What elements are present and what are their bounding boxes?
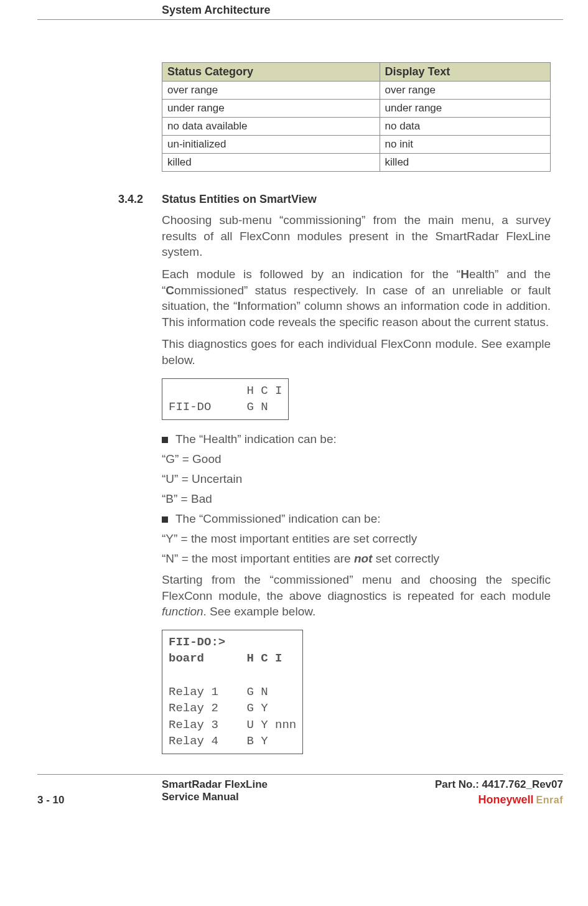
definition-line: “N” = the most important entities are no… (162, 552, 551, 566)
page-footer: 3 - 10 SmartRadar FlexLine Service Manua… (37, 774, 563, 806)
honeywell-logo: Honeywell (478, 793, 534, 806)
table-cell: under range (380, 100, 550, 118)
paragraph: Choosing sub-menu “commissioning” from t… (162, 212, 551, 260)
text: . See example below. (203, 605, 316, 618)
text: “N” = the most important entities are (162, 552, 354, 565)
table-cell: no init (380, 136, 550, 154)
footer-title: SmartRadar FlexLine Service Manual (162, 778, 435, 803)
definition-line: “B” = Bad (162, 492, 551, 506)
status-table: Status Category Display Text over range … (162, 62, 551, 172)
emphasis: function (162, 605, 203, 618)
footer-part-number: Part No.: 4417.762_Rev07 HoneywellEnraf (435, 778, 563, 806)
text: Starting from the “commissioned” menu an… (162, 573, 551, 602)
definition-line: “Y” = the most important entities are se… (162, 532, 551, 546)
table-cell: killed (380, 154, 550, 172)
definition-line: “G” = Good (162, 452, 551, 466)
definition-line: “U” = Uncertain (162, 472, 551, 486)
table-cell: killed (162, 154, 380, 172)
footer-line: Service Manual (162, 791, 435, 803)
table-cell: no data (380, 118, 550, 136)
section-heading: 3.4.2 Status Entities on SmartView (118, 193, 563, 206)
code-line: board H C I (169, 651, 282, 665)
section-title: Status Entities on SmartView (162, 193, 317, 206)
table-cell: under range (162, 100, 380, 118)
code-line: Relay 3 U Y nnn (169, 718, 296, 732)
bullet-text: The “Health” indication can be: (175, 432, 337, 446)
table-cell: no data available (162, 118, 380, 136)
table-row: un-initialized no init (162, 136, 551, 154)
table-row: over range over range (162, 82, 551, 100)
bold-letter: C (166, 284, 174, 297)
page-number: 3 - 10 (37, 794, 162, 806)
table-row: killed killed (162, 154, 551, 172)
part-number: Part No.: 4417.762_Rev07 (435, 778, 563, 791)
paragraph: Each module is followed by an indication… (162, 266, 551, 330)
bullet-text: The “Commissioned” indication can be: (175, 512, 381, 526)
table-row: under range under range (162, 100, 551, 118)
text: Each module is followed by an indication… (162, 268, 460, 281)
table-row: no data available no data (162, 118, 551, 136)
code-example: FII-DO:> board H C I Relay 1 G N Relay 2… (162, 630, 303, 754)
table-cell: over range (162, 82, 380, 100)
emphasis: not (354, 552, 373, 565)
bullet-square-icon (162, 516, 168, 523)
table-header: Display Text (380, 63, 550, 82)
code-line: FII-DO:> (169, 635, 225, 649)
section-number: 3.4.2 (118, 193, 162, 206)
text: set correctly (372, 552, 439, 565)
table-cell: over range (380, 82, 550, 100)
paragraph: This diagnostics goes for each individua… (162, 336, 551, 368)
bullet-item: The “Commissioned” indication can be: (162, 512, 551, 526)
paragraph: Starting from the “commissioned” menu an… (162, 572, 551, 620)
bullet-square-icon (162, 437, 168, 443)
brand-logo: HoneywellEnraf (435, 793, 563, 806)
table-cell: un-initialized (162, 136, 380, 154)
code-line: Relay 4 B Y (169, 734, 268, 748)
code-example: H C I FII-DO G N (162, 378, 289, 420)
chapter-header: System Architecture (37, 4, 563, 20)
code-line: Relay 2 G Y (169, 701, 268, 715)
bold-letter: H (460, 268, 469, 281)
code-line: Relay 1 G N (169, 685, 268, 699)
footer-line: SmartRadar FlexLine (162, 778, 435, 791)
table-header: Status Category (162, 63, 380, 82)
enraf-logo: Enraf (536, 795, 563, 805)
bullet-item: The “Health” indication can be: (162, 432, 551, 446)
